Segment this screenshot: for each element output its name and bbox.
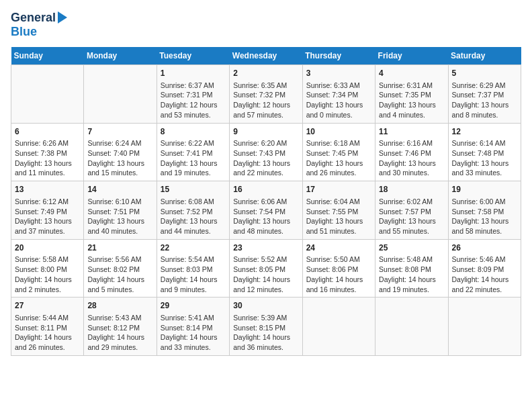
col-header-wednesday: Wednesday: [230, 47, 302, 65]
calendar-week-row: 27Sunrise: 5:44 AMSunset: 8:11 PMDayligh…: [11, 298, 521, 356]
day-number: 7: [87, 126, 152, 138]
col-header-sunday: Sunday: [11, 47, 84, 65]
day-number: 4: [379, 68, 444, 79]
day-number: 13: [15, 184, 80, 195]
col-header-friday: Friday: [375, 47, 448, 65]
cell-info: Daylight: 13 hours and 0 minutes.: [306, 100, 371, 120]
cell-info: Sunset: 7:49 PM: [15, 207, 80, 217]
calendar-cell: 19Sunrise: 6:00 AMSunset: 7:58 PMDayligh…: [448, 181, 521, 240]
calendar-cell: 18Sunrise: 6:02 AMSunset: 7:57 PMDayligh…: [375, 181, 448, 240]
cell-info: Daylight: 14 hours and 5 minutes.: [87, 275, 152, 294]
cell-info: Sunset: 7:48 PM: [452, 148, 517, 158]
cell-info: Sunset: 7:37 PM: [452, 90, 517, 100]
cell-info: Sunset: 7:31 PM: [161, 90, 226, 100]
calendar-cell: 21Sunrise: 5:56 AMSunset: 8:02 PMDayligh…: [84, 239, 157, 298]
day-number: 22: [161, 242, 226, 254]
cell-info: Daylight: 13 hours and 19 minutes.: [161, 158, 226, 178]
cell-info: Sunset: 7:55 PM: [306, 207, 371, 217]
cell-info: Sunset: 7:32 PM: [233, 90, 298, 100]
calendar-cell: 14Sunrise: 6:10 AMSunset: 7:51 PMDayligh…: [84, 181, 157, 240]
calendar-cell: 1Sunrise: 6:37 AMSunset: 7:31 PMDaylight…: [157, 65, 229, 124]
cell-info: Sunset: 8:02 PM: [87, 265, 152, 275]
day-number: 2: [233, 68, 298, 79]
calendar-cell: [302, 298, 375, 356]
cell-info: Sunrise: 6:02 AM: [379, 197, 444, 207]
logo-general: General: [11, 11, 56, 25]
cell-info: Sunrise: 5:54 AM: [161, 255, 226, 265]
cell-info: Daylight: 14 hours and 36 minutes.: [233, 332, 298, 352]
cell-info: Daylight: 14 hours and 29 minutes.: [87, 332, 152, 352]
cell-info: Sunset: 8:06 PM: [306, 265, 371, 275]
cell-info: Sunrise: 5:56 AM: [87, 255, 152, 265]
cell-info: Daylight: 13 hours and 37 minutes.: [15, 216, 80, 236]
calendar-cell: 3Sunrise: 6:33 AMSunset: 7:34 PMDaylight…: [302, 65, 375, 124]
cell-info: Sunrise: 6:14 AM: [452, 138, 517, 148]
cell-info: Daylight: 13 hours and 15 minutes.: [87, 158, 152, 178]
cell-info: Sunset: 7:40 PM: [87, 148, 152, 158]
col-header-tuesday: Tuesday: [157, 47, 229, 65]
cell-info: Daylight: 13 hours and 51 minutes.: [306, 216, 371, 236]
cell-info: Sunrise: 6:06 AM: [233, 197, 298, 207]
cell-info: Sunset: 8:00 PM: [15, 265, 80, 275]
cell-info: Sunrise: 6:31 AM: [379, 81, 444, 91]
cell-info: Sunset: 8:12 PM: [87, 323, 152, 333]
day-number: 3: [306, 68, 371, 79]
cell-info: Sunset: 7:34 PM: [306, 90, 371, 100]
cell-info: Sunrise: 5:58 AM: [15, 255, 80, 265]
day-number: 9: [233, 126, 298, 138]
calendar-header-row: SundayMondayTuesdayWednesdayThursdayFrid…: [11, 47, 521, 65]
cell-info: Sunrise: 6:12 AM: [15, 197, 80, 207]
col-header-saturday: Saturday: [448, 47, 521, 65]
cell-info: Sunset: 8:15 PM: [233, 323, 298, 333]
day-number: 6: [15, 126, 80, 138]
calendar-cell: [11, 65, 84, 124]
calendar-cell: 7Sunrise: 6:24 AMSunset: 7:40 PMDaylight…: [84, 123, 157, 181]
calendar-cell: 2Sunrise: 6:35 AMSunset: 7:32 PMDaylight…: [230, 65, 302, 124]
cell-info: Daylight: 14 hours and 12 minutes.: [233, 275, 298, 294]
cell-info: Daylight: 13 hours and 11 minutes.: [15, 158, 80, 178]
calendar-cell: [84, 65, 157, 124]
day-number: 24: [306, 242, 371, 254]
calendar-cell: [375, 298, 448, 356]
cell-info: Sunrise: 6:24 AM: [87, 138, 152, 148]
calendar-cell: 24Sunrise: 5:50 AMSunset: 8:06 PMDayligh…: [302, 239, 375, 298]
col-header-monday: Monday: [84, 47, 157, 65]
cell-info: Sunrise: 6:37 AM: [161, 81, 226, 91]
day-number: 12: [452, 126, 517, 138]
cell-info: Daylight: 14 hours and 9 minutes.: [161, 275, 226, 294]
cell-info: Daylight: 12 hours and 57 minutes.: [233, 100, 298, 120]
cell-info: Sunset: 8:09 PM: [452, 265, 517, 275]
cell-info: Sunrise: 6:18 AM: [306, 138, 371, 148]
logo: General Blue: [11, 11, 67, 39]
calendar-cell: 29Sunrise: 5:41 AMSunset: 8:14 PMDayligh…: [157, 298, 229, 356]
cell-info: Daylight: 13 hours and 26 minutes.: [306, 158, 371, 178]
cell-info: Sunrise: 6:04 AM: [306, 197, 371, 207]
calendar-cell: 16Sunrise: 6:06 AMSunset: 7:54 PMDayligh…: [230, 181, 302, 240]
cell-info: Sunset: 7:58 PM: [452, 207, 517, 217]
day-number: 21: [87, 242, 152, 254]
calendar-week-row: 1Sunrise: 6:37 AMSunset: 7:31 PMDaylight…: [11, 65, 521, 124]
cell-info: Daylight: 13 hours and 30 minutes.: [379, 158, 444, 178]
day-number: 26: [452, 242, 517, 254]
calendar-cell: 28Sunrise: 5:43 AMSunset: 8:12 PMDayligh…: [84, 298, 157, 356]
cell-info: Sunrise: 6:33 AM: [306, 81, 371, 91]
cell-info: Sunrise: 5:46 AM: [452, 255, 517, 265]
calendar-cell: [448, 298, 521, 356]
calendar-cell: 12Sunrise: 6:14 AMSunset: 7:48 PMDayligh…: [448, 123, 521, 181]
cell-info: Sunrise: 6:10 AM: [87, 197, 152, 207]
day-number: 29: [161, 300, 226, 312]
day-number: 8: [161, 126, 226, 138]
cell-info: Sunrise: 5:50 AM: [306, 255, 371, 265]
calendar-cell: 17Sunrise: 6:04 AMSunset: 7:55 PMDayligh…: [302, 181, 375, 240]
cell-info: Sunrise: 6:29 AM: [452, 81, 517, 91]
calendar-cell: 25Sunrise: 5:48 AMSunset: 8:08 PMDayligh…: [375, 239, 448, 298]
day-number: 17: [306, 184, 371, 195]
cell-info: Daylight: 13 hours and 55 minutes.: [379, 216, 444, 236]
cell-info: Sunrise: 6:08 AM: [161, 197, 226, 207]
logo-arrow-icon: [58, 11, 67, 24]
cell-info: Daylight: 13 hours and 8 minutes.: [452, 100, 517, 120]
cell-info: Sunrise: 5:41 AM: [161, 313, 226, 323]
day-number: 14: [87, 184, 152, 195]
cell-info: Sunset: 7:35 PM: [379, 90, 444, 100]
cell-info: Sunset: 7:43 PM: [233, 148, 298, 158]
